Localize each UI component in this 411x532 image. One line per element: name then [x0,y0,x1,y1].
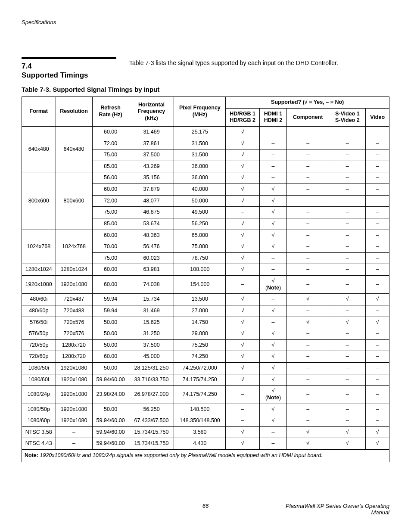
cell-video [366,438,389,450]
yes-mark [272,388,275,394]
no-mark [346,353,349,359]
yes-mark [376,440,379,446]
cell-hdmi [259,252,286,264]
no-mark [376,209,379,215]
cell-format: 480/60i [22,294,56,305]
table-row: 800x600800x60056.0035.15636.000 [22,172,389,184]
cell-hdmi [259,161,286,172]
cell-component [287,230,329,241]
cell-refresh: 50.00 [92,339,129,351]
cell-pfreq: 29.000 [174,328,226,340]
cell-resolution: 1920x1080 [56,386,92,404]
cell-resolution: 1024x768 [56,230,92,264]
cell-hfreq: 45.000 [129,351,174,363]
no-mark [346,221,349,227]
cell-resolution [56,426,92,438]
cell-refresh: 75.00 [92,207,129,218]
cell-resolution: 720x483 [56,305,92,317]
cell-hfreq: 35.156 [129,172,174,184]
cell-refresh: 59.94 [92,294,129,305]
yes-mark [272,365,275,371]
yes-mark [241,221,244,227]
cell-hdrgb [226,426,260,438]
cell-svideo [329,351,366,363]
cell-hdmi [259,294,286,305]
cell-component [287,404,329,415]
yes-mark [346,440,349,446]
cell-hdmi [259,230,286,241]
yes-mark [272,221,275,227]
cell-resolution: 1920x1080 [56,374,92,386]
table-note-row: Note: 1920x1080/60Hz and 1080/24p signal… [22,450,389,462]
cell-pfreq: 31.500 [174,149,226,161]
table-row: 640x480640x48060.0031.46925.175 [22,126,389,138]
cell-resolution: 1280x720 [56,351,92,363]
cell-hfreq: 31.469 [129,126,174,138]
cell-hdmi [259,426,286,438]
no-mark [272,255,275,261]
cell-svideo [329,241,366,253]
cell-hfreq: 37.879 [129,184,174,196]
cell-pfreq: 4.430 [174,438,226,450]
cell-component [287,276,329,294]
table-row: 1080/50p1920x108050.0056.250148.500 [22,404,389,415]
cell-svideo [329,149,366,161]
cell-hfreq: 63.981 [129,264,174,276]
no-mark [272,174,275,180]
cell-hdrgb [226,363,260,374]
cell-component [287,172,329,184]
cell-component [287,351,329,363]
cell-component [287,126,329,138]
cell-hdmi [259,264,286,276]
yes-mark [241,266,244,272]
cell-svideo [329,328,366,340]
yes-mark [241,353,244,359]
cell-component [287,264,329,276]
yes-mark [272,330,275,336]
cell-refresh: 85.00 [92,218,129,230]
cell-hfreq: 15.734/15.750 [129,426,174,438]
table-caption: Table 7-3. Supported Signal Timings by I… [22,86,389,93]
no-mark [306,281,309,287]
col-format: Format [22,97,56,127]
col-hdrgb: HD/RGB 1HD/RGB 2 [226,108,260,126]
cell-hfreq: 28.125/31.250 [129,363,174,374]
cell-component [287,374,329,386]
no-mark [272,140,275,146]
cell-video [366,276,389,294]
cell-hdrgb [226,339,260,351]
cell-svideo [329,172,366,184]
col-component: Component [287,108,329,126]
cell-hdrgb [226,184,260,196]
no-mark [376,353,379,359]
yes-mark [241,440,244,446]
yes-mark [241,296,244,302]
yes-mark [346,319,349,325]
page-footer: 66 PlasmaWall XP Series Owner's Operatin… [22,503,389,516]
cell-format: 1080/24p [22,386,56,404]
cell-component [287,207,329,218]
no-mark [346,209,349,215]
no-mark [306,140,309,146]
no-mark [376,152,379,158]
yes-mark [306,429,309,435]
cell-hfreq: 26.978/27.000 [129,386,174,404]
yes-mark [272,186,275,192]
cell-component [287,386,329,404]
table-note: Note: 1920x1080/60Hz and 1080/24p signal… [22,450,389,462]
no-mark [346,417,349,423]
cell-hdmi: (Note) [259,276,286,294]
cell-video [366,294,389,305]
cell-hfreq: 48.363 [129,230,174,241]
no-mark [376,163,379,169]
no-mark [376,140,379,146]
cell-hfreq: 56.250 [129,404,174,415]
cell-refresh: 59.94/60.00 [92,374,129,386]
no-mark [346,129,349,135]
cell-svideo [329,374,366,386]
cell-pfreq: 49.500 [174,207,226,218]
no-mark [306,209,309,215]
col-hfreq: Horizontal Frequency (kHz) [129,97,174,127]
section-intro: Table 7-3 lists the signal types support… [116,57,389,66]
cell-resolution: 800x600 [56,172,92,230]
